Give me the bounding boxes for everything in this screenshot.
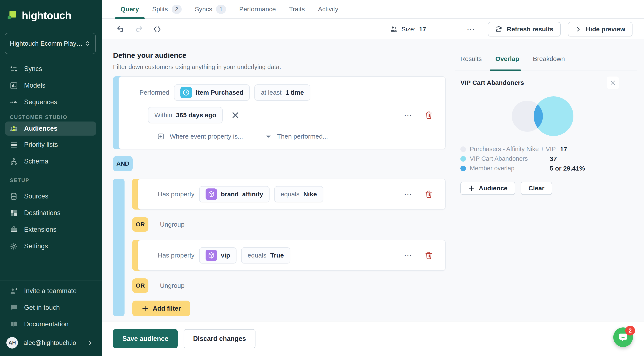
syncs-count-badge: 1 (216, 5, 226, 14)
preview-tabs: Results Overlap Breakdown (455, 39, 637, 71)
audience-tabbar: Query Splits 2 Syncs 1 Performance Trait… (102, 0, 644, 19)
query-content: Define your audience Filter down custome… (102, 39, 644, 321)
plus-icon (142, 305, 149, 312)
user-menu[interactable]: AH alec@hightouch.io (0, 332, 102, 353)
sidebar-label: Syncs (24, 65, 42, 73)
book-icon (10, 320, 18, 328)
tab-traits[interactable]: Traits (289, 0, 305, 18)
tab-label: Performance (239, 6, 276, 13)
ungroup-link[interactable]: Ungroup (160, 221, 184, 228)
add-filter-button[interactable]: Add filter (132, 300, 190, 316)
delete-condition-icon[interactable] (424, 251, 433, 260)
updown-chevrons-icon (85, 40, 91, 47)
legend-dot-blue (460, 166, 466, 171)
gear-icon (10, 242, 18, 250)
toolbar-more-icon[interactable]: ⋯ (466, 25, 475, 33)
people-icon (390, 25, 398, 33)
sidebar-label: Schema (24, 158, 48, 165)
card-actions: ⋯ (404, 251, 433, 260)
chat-launcher[interactable]: 2 (613, 328, 633, 347)
sidebar-item-extensions[interactable]: Extensions (0, 221, 102, 238)
add-audience-button[interactable]: Audience (460, 182, 515, 195)
tab-breakdown[interactable]: Breakdown (533, 55, 565, 70)
delete-condition-icon[interactable] (424, 111, 433, 120)
legend-value: 37 (550, 155, 557, 162)
frequency-pill[interactable]: at least 1 time (254, 84, 310, 100)
tab-results[interactable]: Results (460, 55, 482, 70)
or-connector[interactable]: OR (132, 217, 148, 232)
sidebar-item-syncs[interactable]: Syncs (0, 60, 102, 77)
remove-window-icon[interactable] (231, 111, 240, 120)
tab-label: Results (460, 55, 482, 62)
sidebar-item-sources[interactable]: Sources (0, 188, 102, 205)
legend-label: VIP Cart Abandoners (470, 155, 546, 162)
get-in-touch-link[interactable]: Get in touch (0, 299, 102, 316)
preview-panel: Results Overlap Breakdown VIP Cart Aband… (455, 39, 637, 195)
refresh-results-button[interactable]: Refresh results (488, 22, 560, 36)
tab-performance[interactable]: Performance (239, 0, 276, 18)
section-customer-studio: CUSTOMER STUDIO (0, 114, 102, 120)
condition-more-icon[interactable]: ⋯ (404, 251, 412, 260)
clear-button[interactable]: Clear (521, 182, 552, 195)
tab-overlap[interactable]: Overlap (495, 55, 519, 70)
legend-label: Purchasers - Affinity Nike + VIP (470, 146, 556, 153)
card-actions: ⋯ (404, 190, 433, 199)
event-pill[interactable]: Item Purchased (174, 84, 250, 100)
sidebar-label: Audiences (24, 125, 58, 132)
sidebar-item-destinations[interactable]: Destinations (0, 205, 102, 221)
operator: equals (248, 252, 266, 259)
time-window-pill[interactable]: Within 365 days ago (148, 107, 223, 123)
sidebar-label: Settings (24, 242, 48, 250)
and-connector[interactable]: AND (113, 156, 133, 172)
sidebar-label: Sequences (24, 98, 57, 106)
discard-changes-button[interactable]: Discard changes (184, 329, 255, 348)
sidebar-item-models[interactable]: Models (0, 77, 102, 94)
tab-label: Splits (152, 6, 168, 13)
or-row: OR Ungroup (132, 278, 446, 293)
undo-icon[interactable] (116, 25, 125, 34)
tab-activity[interactable]: Activity (318, 0, 338, 18)
sidebar-item-settings[interactable]: Settings (0, 238, 102, 254)
workspace-selector[interactable]: Hightouch Ecomm Playg... (5, 33, 96, 54)
operator-pill[interactable]: equals Nike (274, 186, 323, 202)
redo-icon[interactable] (134, 25, 143, 34)
save-audience-button[interactable]: Save audience (113, 329, 178, 348)
invite-teammate-link[interactable]: Invite a teammate (0, 283, 102, 299)
tab-syncs[interactable]: Syncs 1 (195, 0, 226, 18)
hide-preview-button[interactable]: Hide preview (568, 22, 632, 36)
clear-label: Clear (528, 184, 544, 192)
section-setup: SETUP (0, 177, 102, 183)
tab-label: Overlap (495, 55, 519, 62)
condition-more-icon[interactable]: ⋯ (404, 190, 412, 198)
hide-preview-label: Hide preview (586, 26, 625, 33)
ungroup-link[interactable]: Ungroup (160, 282, 184, 289)
documentation-link[interactable]: Documentation (0, 316, 102, 332)
or-connector[interactable]: OR (132, 278, 148, 293)
sidebar-item-audiences[interactable]: Audiences (5, 122, 96, 136)
performed-row: Performed Item Purchased at least 1 time (140, 84, 433, 100)
sidebar-item-schema[interactable]: Schema (0, 153, 102, 170)
has-property-label: Has property (158, 190, 194, 198)
condition-more-icon[interactable]: ⋯ (404, 111, 412, 119)
property-pill[interactable]: vip (199, 247, 236, 264)
add-audience-label: Audience (479, 184, 508, 192)
code-view-icon[interactable] (153, 25, 162, 34)
audience-size: Size: 17 (390, 25, 426, 33)
then-performed-link[interactable]: Then performed... (277, 133, 328, 140)
sidebar-label: Get in touch (24, 304, 60, 312)
clock-icon (180, 87, 192, 98)
tab-splits[interactable]: Splits 2 (152, 0, 182, 18)
sidebar-label: Destinations (24, 209, 60, 217)
sidebar-item-sequences[interactable]: Sequences (0, 94, 102, 110)
tab-query[interactable]: Query (120, 0, 139, 18)
legend-row: Member overlap 5 or 29.41% (460, 164, 637, 173)
tab-label: Breakdown (533, 55, 565, 62)
delete-condition-icon[interactable] (424, 190, 433, 199)
close-overlap-button[interactable] (607, 76, 619, 89)
sidebar-label: Invite a teammate (24, 287, 76, 295)
tab-label: Traits (289, 6, 305, 13)
where-event-property-link[interactable]: Where event property is... (170, 133, 243, 140)
operator-pill[interactable]: equals True (241, 247, 290, 264)
property-pill[interactable]: brand_affinity (199, 186, 270, 202)
sidebar-item-priority-lists[interactable]: Priority lists (0, 136, 102, 153)
